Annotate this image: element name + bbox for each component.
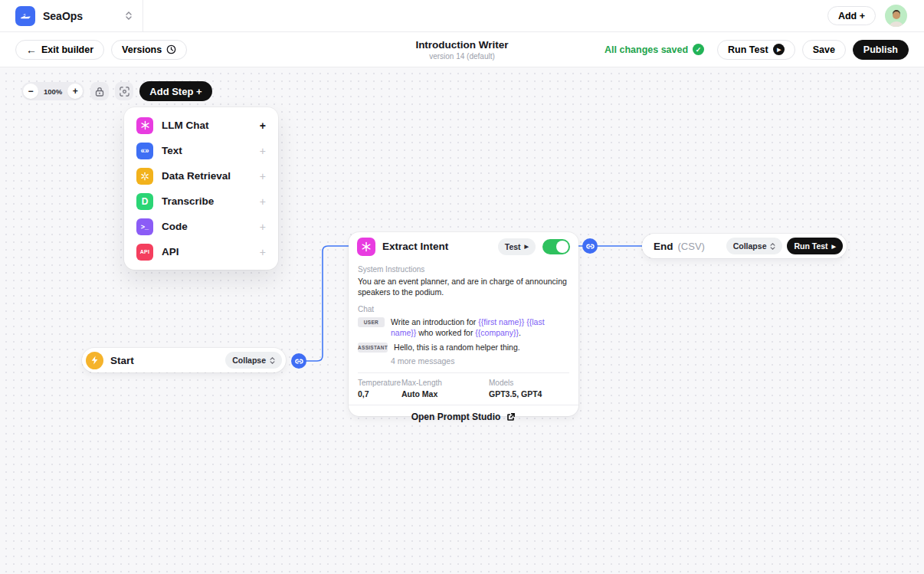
publish-button[interactable]: Publish: [853, 40, 909, 60]
system-instructions-label: System Instructions: [358, 265, 569, 274]
open-prompt-studio-label: Open Prompt Studio: [411, 412, 501, 422]
save-status-label: All changes saved: [605, 44, 688, 55]
zoom-out-button[interactable]: −: [23, 84, 38, 99]
save-button[interactable]: Save: [802, 40, 846, 60]
run-test-label: Run Test: [728, 44, 768, 55]
menu-item-code[interactable]: >_ Code +: [124, 214, 278, 239]
lock-button[interactable]: [90, 82, 109, 100]
more-messages-link[interactable]: 4 more messages: [391, 356, 569, 366]
check-circle-icon: ✓: [693, 44, 704, 55]
menu-item-label: Data Retrieval: [162, 170, 251, 182]
api-icon: API: [136, 244, 153, 261]
focus-icon: [120, 87, 129, 97]
exit-builder-label: Exit builder: [41, 44, 93, 55]
external-link-icon: [506, 412, 516, 422]
end-node[interactable]: End (CSV) Collapse Run Test ▶: [642, 234, 847, 258]
chat-message-user: USER Write an introduction for {{first n…: [358, 317, 569, 339]
exit-builder-button[interactable]: ← Exit builder: [15, 40, 104, 60]
lock-icon: [95, 87, 104, 97]
step-enabled-toggle[interactable]: [542, 239, 570, 254]
workspace-switcher[interactable]: SeaOps: [0, 0, 143, 31]
openai-icon: [357, 238, 375, 256]
builder-bar: ← Exit builder Versions Introduction Wri…: [0, 32, 924, 67]
end-run-test-button[interactable]: Run Test ▶: [787, 238, 843, 254]
node-title: End: [654, 241, 673, 252]
user-avatar[interactable]: [885, 5, 907, 27]
brand-name: SeaOps: [43, 10, 118, 22]
chevron-updown-icon: [770, 243, 775, 250]
chat-text: Hello, this is a random helper thing.: [394, 342, 520, 353]
node-subtitle: (CSV): [678, 241, 705, 252]
plus-icon[interactable]: +: [260, 120, 266, 132]
node-title: Extract Intent: [382, 241, 448, 252]
open-prompt-studio-button[interactable]: Open Prompt Studio: [349, 405, 578, 428]
add-button[interactable]: Add +: [827, 6, 876, 25]
transcribe-icon: D: [136, 193, 153, 210]
role-badge: ASSISTANT: [358, 343, 388, 353]
data-retrieval-icon: [136, 168, 153, 185]
start-node[interactable]: Start Collapse: [82, 348, 286, 372]
plus-icon[interactable]: +: [260, 170, 266, 182]
canvas-toolbar: − 100% + Add Step +: [21, 81, 212, 101]
add-step-button[interactable]: Add Step +: [139, 81, 211, 101]
system-instructions-text: You are an event planner, and are in cha…: [358, 276, 569, 298]
node-header: Extract Intent Test ▶: [349, 232, 578, 261]
test-step-button[interactable]: Test ▶: [498, 238, 536, 255]
top-bar: SeaOps Add +: [0, 0, 924, 32]
menu-item-data-retrieval[interactable]: Data Retrieval +: [124, 163, 278, 189]
clock-icon: [166, 44, 176, 54]
version-subtitle: version 14 (default): [429, 52, 495, 61]
param-models: Models GPT3.5, GPT4: [489, 379, 542, 399]
versions-button[interactable]: Versions: [111, 40, 187, 60]
add-step-menu: LLM Chat + «» Text + Data Retrieval + D …: [124, 107, 278, 270]
run-test-button[interactable]: Run Test ▶: [717, 40, 795, 60]
page-title: Introduction Writer: [415, 39, 508, 51]
play-icon: ▶: [525, 244, 529, 250]
chevron-updown-icon: [270, 357, 275, 364]
seaops-logo-icon: [15, 6, 35, 26]
node-body: System Instructions You are an event pla…: [349, 261, 578, 366]
zoom-control: − 100% +: [21, 82, 84, 100]
back-arrow-icon: ←: [26, 44, 37, 55]
extract-intent-node[interactable]: Extract Intent Test ▶ System Instruction…: [349, 232, 578, 416]
chat-label: Chat: [358, 305, 569, 313]
extract-output-link-icon[interactable]: [582, 238, 598, 254]
play-circle-icon: ▶: [773, 44, 785, 55]
openai-icon: [136, 117, 153, 134]
versions-label: Versions: [122, 44, 162, 55]
collapse-label: Collapse: [733, 241, 767, 251]
plus-icon[interactable]: +: [260, 195, 266, 208]
model-params: Temperature 0,7 Max-Length Auto Max Mode…: [358, 372, 569, 399]
menu-item-transcribe[interactable]: D Transcribe +: [124, 189, 278, 214]
menu-item-text[interactable]: «» Text +: [124, 138, 278, 163]
fit-view-button[interactable]: [115, 82, 133, 100]
variable-token: {{company}}: [475, 328, 519, 337]
end-collapse-button[interactable]: Collapse: [726, 238, 783, 254]
param-max-length: Max-Length Auto Max: [401, 379, 489, 399]
menu-item-label: Transcribe: [162, 195, 251, 207]
role-badge: USER: [358, 317, 385, 327]
text-icon: «»: [136, 143, 153, 159]
chat-section: Chat USER Write an introduction for {{fi…: [358, 305, 569, 366]
menu-item-api[interactable]: API API +: [124, 239, 278, 264]
node-title: Start: [110, 355, 134, 366]
plus-icon[interactable]: +: [260, 221, 266, 233]
zoom-level: 100%: [44, 87, 62, 96]
save-status: All changes saved ✓: [605, 44, 704, 55]
menu-item-label: API: [162, 246, 251, 257]
chevron-updown-icon: [126, 11, 132, 20]
code-icon: >_: [136, 218, 153, 235]
workflow-canvas[interactable]: − 100% + Add Step + LLM Chat + «» Text +: [0, 67, 924, 574]
chat-message-assistant: ASSISTANT Hello, this is a random helper…: [358, 342, 569, 353]
start-output-link-icon[interactable]: [291, 353, 306, 369]
plus-icon[interactable]: +: [260, 145, 266, 157]
start-collapse-button[interactable]: Collapse: [225, 352, 282, 369]
chat-text: Write an introduction for {{first name}}…: [391, 317, 569, 339]
play-icon: ▶: [832, 244, 836, 250]
plus-icon[interactable]: +: [260, 246, 266, 258]
param-temperature: Temperature 0,7: [358, 379, 401, 399]
zoom-in-button[interactable]: +: [67, 84, 83, 99]
menu-item-label: Text: [162, 145, 251, 156]
menu-item-llm-chat[interactable]: LLM Chat +: [124, 113, 278, 138]
menu-item-label: Code: [162, 221, 251, 232]
